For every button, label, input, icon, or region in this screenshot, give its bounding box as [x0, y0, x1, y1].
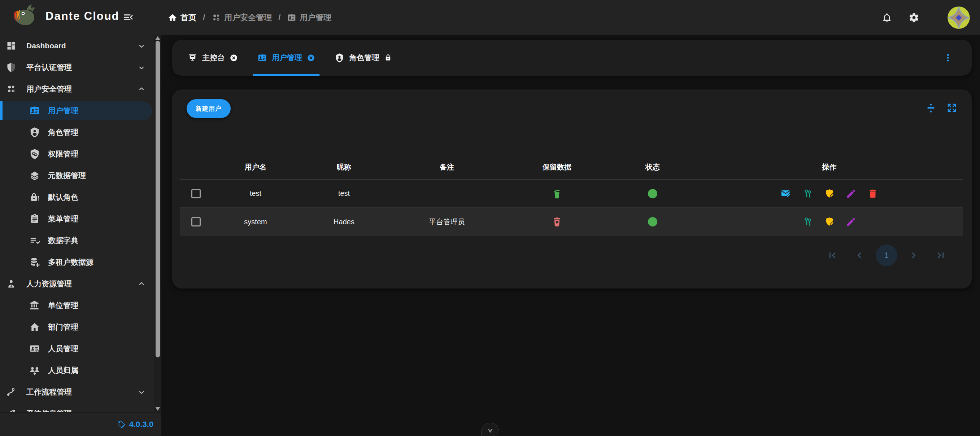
- tab-label: 用户管理: [272, 53, 302, 63]
- table-row: systemHades平台管理员: [180, 208, 963, 236]
- breadcrumb-item-home[interactable]: 首页: [168, 12, 196, 23]
- row-retain-data: [504, 216, 609, 228]
- sidebar-item-label: 默认角色: [48, 192, 78, 202]
- view-dashboard-icon: [6, 41, 16, 51]
- sidebar-item-label: 人员归属: [48, 365, 78, 376]
- sidebar-item-user-management[interactable]: 用户管理: [0, 100, 154, 122]
- row-username: test: [212, 189, 299, 198]
- pagination-page[interactable]: 1: [873, 244, 900, 266]
- row-status: [609, 217, 696, 227]
- fullscreen-icon[interactable]: [947, 102, 957, 113]
- sidebar-item-label: 菜单管理: [48, 214, 78, 224]
- sidebar-item-label: 权限管理: [48, 149, 78, 159]
- breadcrumb-separator: /: [278, 13, 280, 22]
- tab-close-icon[interactable]: [229, 54, 238, 62]
- action-shield-icon[interactable]: [824, 216, 835, 227]
- scrollbar-thumb[interactable]: [156, 41, 160, 357]
- action-edit-icon[interactable]: [846, 188, 857, 199]
- action-delete-icon[interactable]: [867, 188, 878, 199]
- collapse-rows-icon[interactable]: [926, 102, 936, 113]
- sidebar-item-department-management[interactable]: 部门管理: [0, 316, 154, 338]
- table-tools: [926, 102, 957, 113]
- sidebar-item-system-info-management[interactable]: 系统信息管理: [0, 403, 154, 412]
- tab-menu-dots-icon[interactable]: [943, 53, 953, 63]
- sidebar-item-platform-auth[interactable]: 平台认证管理: [0, 57, 154, 78]
- chevron-left2-icon: [854, 250, 865, 261]
- tab-role-management[interactable]: 角色管理: [325, 40, 402, 76]
- sidebar-item-unit-management[interactable]: 单位管理: [0, 295, 154, 316]
- user-table-card: 新建用户 用户名昵称备注保留数据状态操作testtestsystemHades平…: [172, 89, 972, 289]
- card-account-star-icon: [29, 343, 40, 354]
- sidebar-item-personnel-affiliation[interactable]: 人员归属: [0, 360, 154, 381]
- gear-icon[interactable]: [908, 12, 920, 23]
- row-nickname: Hades: [299, 218, 389, 226]
- avatar[interactable]: [948, 6, 970, 29]
- sidebar-scrollbar[interactable]: [154, 35, 161, 412]
- action-edit-icon[interactable]: [846, 216, 857, 227]
- account-group-icon: [6, 84, 16, 94]
- pagination-first-icon[interactable]: [819, 250, 846, 261]
- brand[interactable]: Dante Cloud: [11, 3, 119, 30]
- new-user-button[interactable]: 新建用户: [187, 99, 231, 118]
- tab-user-management[interactable]: 用户管理: [248, 40, 325, 76]
- tab-lock-icon: [384, 54, 392, 62]
- topbar: Dante Cloud 首页/用户安全管理/用户管理: [0, 0, 980, 35]
- sidebar-item-hr-management[interactable]: 人力资源管理: [0, 273, 154, 295]
- pagination-prev-icon[interactable]: [846, 250, 873, 261]
- tab-console[interactable]: 主控台: [178, 40, 248, 76]
- row-actions: [696, 216, 963, 227]
- row-checkbox[interactable]: [191, 217, 201, 227]
- main-content: 主控台用户管理角色管理 新建用户 用户名昵称备注保留数据状态操作testtest…: [161, 35, 980, 436]
- delete-empty-icon[interactable]: [551, 188, 563, 200]
- sidebar-item-metadata-management[interactable]: 元数据管理: [0, 165, 154, 186]
- pagination-current-page[interactable]: 1: [876, 244, 897, 266]
- row-checkbox[interactable]: [191, 189, 201, 198]
- sidebar-item-label: 元数据管理: [48, 171, 86, 181]
- column-header: 状态: [609, 162, 696, 172]
- breadcrumb-label: 用户管理: [300, 12, 331, 23]
- sidebar-item-tenant-datasource[interactable]: 多租户数据源: [0, 251, 154, 273]
- sidebar-item-label: 人员管理: [48, 344, 78, 354]
- menu-toggle-icon[interactable]: [123, 11, 134, 23]
- bank-icon: [29, 300, 40, 311]
- delete-forever-icon[interactable]: [551, 216, 563, 228]
- tab-close-icon[interactable]: [307, 54, 315, 62]
- sidebar-item-role-management[interactable]: 角色管理: [0, 122, 154, 143]
- breadcrumb-item-user-management[interactable]: 用户管理: [287, 12, 331, 23]
- sidebar-item-label: 用户管理: [48, 106, 78, 116]
- account-switch-icon: [29, 365, 40, 376]
- breadcrumb-item-user-security[interactable]: 用户安全管理: [212, 12, 272, 23]
- sidebar-item-dashboard[interactable]: Dashboard: [0, 35, 154, 57]
- action-email-icon[interactable]: [781, 188, 792, 199]
- shield-link-icon: [29, 149, 40, 159]
- tab-bar-card: 主控台用户管理角色管理: [172, 40, 972, 76]
- action-shield-icon[interactable]: [824, 188, 835, 199]
- sidebar-item-user-security[interactable]: 用户安全管理: [0, 78, 154, 100]
- breadcrumb-label: 首页: [180, 12, 196, 23]
- pagination-next-icon[interactable]: [900, 250, 927, 261]
- action-keys-icon[interactable]: [802, 188, 813, 199]
- breadcrumb-label: 用户安全管理: [224, 12, 272, 23]
- action-keys-icon[interactable]: [802, 216, 813, 227]
- sidebar-item-default-role[interactable]: 默认角色: [0, 186, 154, 208]
- pagination-last-icon[interactable]: [927, 250, 954, 261]
- whale-logo-icon: [11, 3, 40, 30]
- topbar-right: [882, 0, 980, 35]
- sidebar-item-workflow-management[interactable]: 工作流程管理: [0, 381, 154, 403]
- scroll-down-icon[interactable]: [155, 407, 160, 411]
- home-icon: [168, 13, 177, 22]
- sidebar-item-menu-management[interactable]: 菜单管理: [0, 208, 154, 230]
- scroll-up-icon[interactable]: [155, 36, 160, 40]
- shield-account-icon: [335, 53, 344, 63]
- chevron-up-icon: [137, 409, 146, 412]
- sidebar-item-permission-management[interactable]: 权限管理: [0, 143, 154, 165]
- breadcrumb: 首页/用户安全管理/用户管理: [168, 0, 331, 35]
- database-plus-icon: [29, 257, 40, 268]
- bell-icon[interactable]: [882, 13, 892, 23]
- version-label: 4.0.3.0: [129, 420, 153, 429]
- sidebar-item-data-dictionary[interactable]: 数据字典: [0, 230, 154, 251]
- sidebar-item-personnel-management[interactable]: 人员管理: [0, 338, 154, 360]
- chevron-down-icon: [137, 63, 146, 72]
- playlist-check-icon: [29, 235, 40, 246]
- tab-label: 主控台: [202, 53, 225, 63]
